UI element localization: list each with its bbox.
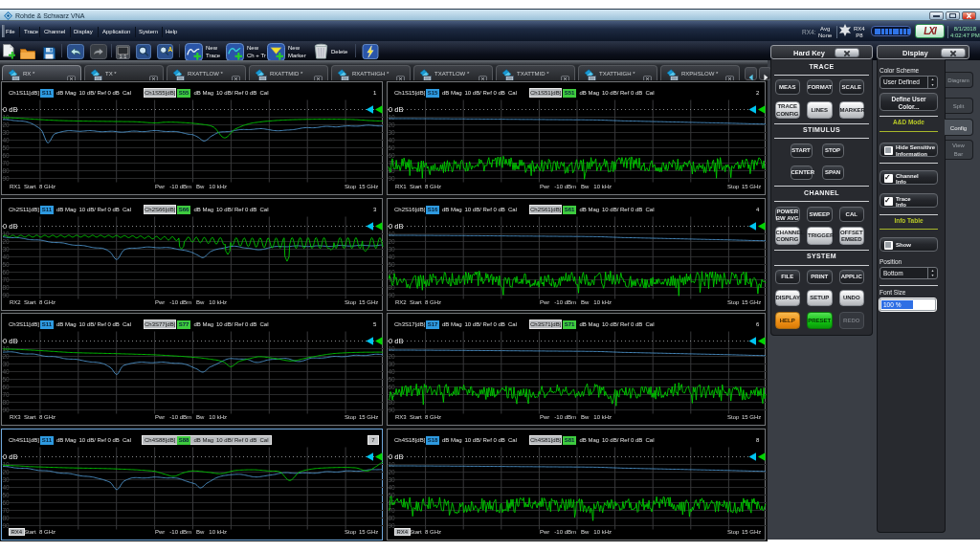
svg-text:50: 50 [389,144,396,151]
svg-text:30: 30 [389,361,396,367]
svg-text:40: 40 [3,253,11,260]
svg-text:20: 20 [3,121,11,128]
svg-text:20: 20 [3,238,11,245]
svg-text:50: 50 [3,261,11,268]
svg-text:20: 20 [389,238,396,245]
svg-text:80: 80 [3,167,11,174]
svg-text:20: 20 [3,469,11,475]
svg-text:80: 80 [3,515,11,521]
svg-text:30: 30 [3,476,11,483]
svg-text:90: 90 [3,175,11,182]
svg-text:A: A [167,46,172,53]
svg-text:90: 90 [3,292,11,298]
svg-text:80: 80 [389,515,396,521]
svg-text:50: 50 [3,376,11,383]
svg-text:80: 80 [3,284,11,291]
svg-text:40: 40 [389,368,396,375]
svg-text:30: 30 [3,129,11,136]
svg-text:20: 20 [389,469,396,475]
svg-text:10: 10 [3,345,11,352]
svg-text:90: 90 [3,407,11,413]
svg-text:1:1: 1:1 [120,54,127,59]
svg-text:40: 40 [3,484,11,491]
svg-text:90: 90 [389,175,396,182]
svg-text:20: 20 [3,353,11,360]
svg-text:60: 60 [389,384,396,390]
svg-text:90: 90 [389,292,396,298]
svg-text:30: 30 [3,361,11,367]
svg-text:50: 50 [389,376,396,383]
svg-text:60: 60 [389,152,396,159]
svg-text:90: 90 [389,407,396,413]
svg-text:30: 30 [3,246,11,253]
svg-text:80: 80 [389,284,396,291]
svg-text:40: 40 [389,137,396,143]
svg-text:20: 20 [389,121,396,128]
svg-text:50: 50 [3,144,11,151]
svg-text:70: 70 [3,276,11,283]
svg-text:60: 60 [3,499,11,506]
svg-text:40: 40 [389,484,396,491]
svg-text:50: 50 [389,261,396,268]
svg-text:30: 30 [389,129,396,136]
svg-text:40: 40 [3,368,11,375]
svg-text:60: 60 [3,269,11,276]
svg-text:70: 70 [3,391,11,398]
svg-text:80: 80 [3,399,11,406]
svg-text:40: 40 [3,137,11,143]
svg-text:60: 60 [3,384,11,390]
svg-text:50: 50 [3,492,11,498]
svg-text:70: 70 [3,160,11,166]
svg-text:30: 30 [389,476,396,483]
svg-text:20: 20 [389,353,396,360]
svg-text:10: 10 [3,114,11,121]
svg-text:40: 40 [389,253,396,260]
svg-text:10: 10 [389,345,396,352]
svg-text:30: 30 [389,246,396,253]
svg-text:60: 60 [3,152,11,159]
svg-text:10: 10 [389,461,396,468]
svg-text:70: 70 [3,507,11,514]
